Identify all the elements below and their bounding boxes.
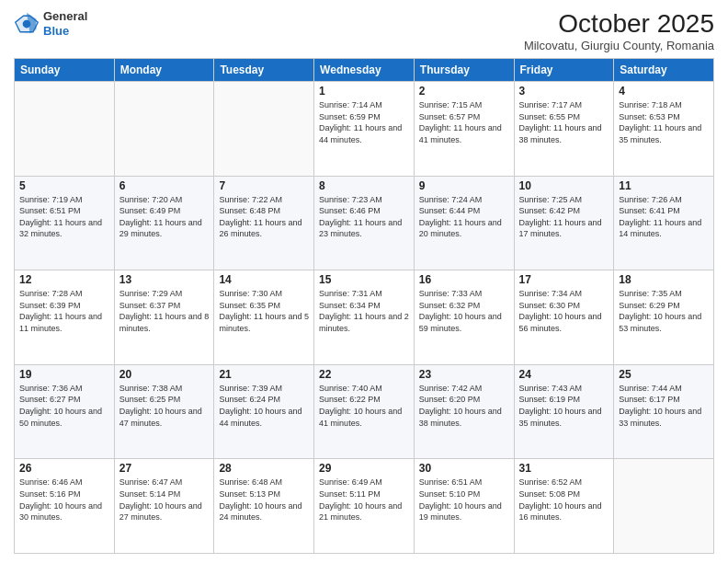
logo: General Blue: [14, 9, 87, 38]
day-info: Sunrise: 7:30 AM Sunset: 6:35 PM Dayligh…: [219, 288, 309, 334]
calendar-table: SundayMondayTuesdayWednesdayThursdayFrid…: [14, 58, 714, 554]
day-number: 2: [419, 85, 509, 98]
calendar-cell: 18Sunrise: 7:35 AM Sunset: 6:29 PM Dayli…: [614, 270, 714, 365]
day-info: Sunrise: 7:15 AM Sunset: 6:57 PM Dayligh…: [419, 99, 509, 145]
calendar-cell: 14Sunrise: 7:30 AM Sunset: 6:35 PM Dayli…: [214, 270, 314, 365]
logo-general: General: [43, 9, 87, 24]
calendar-cell: 13Sunrise: 7:29 AM Sunset: 6:37 PM Dayli…: [114, 270, 214, 365]
col-header-wednesday: Wednesday: [314, 59, 415, 82]
day-number: 6: [119, 179, 210, 192]
day-number: 30: [419, 462, 509, 475]
day-info: Sunrise: 6:47 AM Sunset: 5:14 PM Dayligh…: [119, 477, 210, 523]
day-info: Sunrise: 7:22 AM Sunset: 6:48 PM Dayligh…: [219, 194, 309, 240]
day-number: 26: [19, 462, 109, 475]
calendar-cell: 20Sunrise: 7:38 AM Sunset: 6:25 PM Dayli…: [114, 364, 214, 459]
calendar-cell: 2Sunrise: 7:15 AM Sunset: 6:57 PM Daylig…: [414, 82, 514, 177]
day-info: Sunrise: 7:23 AM Sunset: 6:46 PM Dayligh…: [319, 194, 409, 240]
calendar-cell: 7Sunrise: 7:22 AM Sunset: 6:48 PM Daylig…: [214, 176, 314, 270]
calendar-cell: 11Sunrise: 7:26 AM Sunset: 6:41 PM Dayli…: [614, 176, 714, 270]
day-number: 19: [19, 368, 109, 381]
week-row-1: 5Sunrise: 7:19 AM Sunset: 6:51 PM Daylig…: [15, 176, 714, 270]
calendar-cell: 5Sunrise: 7:19 AM Sunset: 6:51 PM Daylig…: [15, 176, 115, 270]
logo-icon: [14, 11, 40, 37]
day-info: Sunrise: 7:26 AM Sunset: 6:41 PM Dayligh…: [619, 194, 709, 240]
calendar-cell: 30Sunrise: 6:51 AM Sunset: 5:10 PM Dayli…: [414, 459, 514, 554]
day-info: Sunrise: 6:51 AM Sunset: 5:10 PM Dayligh…: [419, 477, 509, 523]
col-header-monday: Monday: [114, 59, 214, 82]
day-number: 3: [519, 85, 609, 98]
logo-blue: Blue: [43, 24, 87, 39]
calendar-subtitle: Milcovatu, Giurgiu County, Romania: [524, 39, 714, 52]
calendar-cell: [114, 82, 214, 177]
logo-text: General Blue: [43, 9, 87, 38]
calendar-cell: 27Sunrise: 6:47 AM Sunset: 5:14 PM Dayli…: [114, 459, 214, 554]
calendar-cell: 19Sunrise: 7:36 AM Sunset: 6:27 PM Dayli…: [15, 364, 115, 459]
calendar-cell: 8Sunrise: 7:23 AM Sunset: 6:46 PM Daylig…: [314, 176, 415, 270]
day-info: Sunrise: 7:25 AM Sunset: 6:42 PM Dayligh…: [519, 194, 609, 240]
calendar-cell: 23Sunrise: 7:42 AM Sunset: 6:20 PM Dayli…: [414, 364, 514, 459]
day-info: Sunrise: 7:14 AM Sunset: 6:59 PM Dayligh…: [319, 99, 409, 145]
week-row-2: 12Sunrise: 7:28 AM Sunset: 6:39 PM Dayli…: [15, 270, 714, 365]
day-number: 16: [419, 273, 509, 286]
col-header-friday: Friday: [514, 59, 614, 82]
day-info: Sunrise: 6:48 AM Sunset: 5:13 PM Dayligh…: [219, 477, 309, 523]
day-number: 25: [619, 368, 709, 381]
day-number: 13: [119, 273, 210, 286]
calendar-cell: 4Sunrise: 7:18 AM Sunset: 6:53 PM Daylig…: [614, 82, 714, 177]
col-header-saturday: Saturday: [614, 59, 714, 82]
title-block: October 2025 Milcovatu, Giurgiu County, …: [524, 9, 714, 52]
calendar-cell: 22Sunrise: 7:40 AM Sunset: 6:22 PM Dayli…: [314, 364, 415, 459]
calendar-cell: [214, 82, 314, 177]
day-number: 15: [319, 273, 409, 286]
day-number: 5: [19, 179, 109, 192]
header-row: SundayMondayTuesdayWednesdayThursdayFrid…: [15, 59, 714, 82]
day-number: 12: [19, 273, 109, 286]
day-number: 31: [519, 462, 609, 475]
calendar-title: October 2025: [524, 9, 714, 39]
calendar-cell: 12Sunrise: 7:28 AM Sunset: 6:39 PM Dayli…: [15, 270, 115, 365]
week-row-4: 26Sunrise: 6:46 AM Sunset: 5:16 PM Dayli…: [15, 459, 714, 554]
col-header-thursday: Thursday: [414, 59, 514, 82]
calendar-cell: 24Sunrise: 7:43 AM Sunset: 6:19 PM Dayli…: [514, 364, 614, 459]
day-info: Sunrise: 7:44 AM Sunset: 6:17 PM Dayligh…: [619, 383, 709, 429]
day-info: Sunrise: 7:34 AM Sunset: 6:30 PM Dayligh…: [519, 288, 609, 334]
day-number: 20: [119, 368, 210, 381]
calendar-cell: 28Sunrise: 6:48 AM Sunset: 5:13 PM Dayli…: [214, 459, 314, 554]
day-number: 1: [319, 85, 409, 98]
day-number: 4: [619, 85, 709, 98]
day-info: Sunrise: 7:18 AM Sunset: 6:53 PM Dayligh…: [619, 99, 709, 145]
calendar-cell: 29Sunrise: 6:49 AM Sunset: 5:11 PM Dayli…: [314, 459, 415, 554]
day-info: Sunrise: 7:36 AM Sunset: 6:27 PM Dayligh…: [19, 383, 109, 429]
calendar-cell: 26Sunrise: 6:46 AM Sunset: 5:16 PM Dayli…: [15, 459, 115, 554]
day-info: Sunrise: 7:31 AM Sunset: 6:34 PM Dayligh…: [319, 288, 409, 334]
day-info: Sunrise: 7:38 AM Sunset: 6:25 PM Dayligh…: [119, 383, 210, 429]
calendar-cell: 17Sunrise: 7:34 AM Sunset: 6:30 PM Dayli…: [514, 270, 614, 365]
day-info: Sunrise: 7:39 AM Sunset: 6:24 PM Dayligh…: [219, 383, 309, 429]
calendar-cell: 10Sunrise: 7:25 AM Sunset: 6:42 PM Dayli…: [514, 176, 614, 270]
day-number: 18: [619, 273, 709, 286]
day-number: 29: [319, 462, 409, 475]
day-number: 23: [419, 368, 509, 381]
day-info: Sunrise: 7:33 AM Sunset: 6:32 PM Dayligh…: [419, 288, 509, 334]
day-info: Sunrise: 7:17 AM Sunset: 6:55 PM Dayligh…: [519, 99, 609, 145]
day-info: Sunrise: 7:35 AM Sunset: 6:29 PM Dayligh…: [619, 288, 709, 334]
header: General Blue October 2025 Milcovatu, Giu…: [14, 9, 714, 52]
calendar-cell: 1Sunrise: 7:14 AM Sunset: 6:59 PM Daylig…: [314, 82, 415, 177]
day-info: Sunrise: 7:29 AM Sunset: 6:37 PM Dayligh…: [119, 288, 210, 334]
day-number: 10: [519, 179, 609, 192]
calendar-cell: 21Sunrise: 7:39 AM Sunset: 6:24 PM Dayli…: [214, 364, 314, 459]
day-info: Sunrise: 7:24 AM Sunset: 6:44 PM Dayligh…: [419, 194, 509, 240]
col-header-sunday: Sunday: [15, 59, 115, 82]
day-info: Sunrise: 6:52 AM Sunset: 5:08 PM Dayligh…: [519, 477, 609, 523]
week-row-3: 19Sunrise: 7:36 AM Sunset: 6:27 PM Dayli…: [15, 364, 714, 459]
day-number: 24: [519, 368, 609, 381]
day-number: 27: [119, 462, 210, 475]
day-info: Sunrise: 6:49 AM Sunset: 5:11 PM Dayligh…: [319, 477, 409, 523]
day-number: 11: [619, 179, 709, 192]
day-number: 21: [219, 368, 309, 381]
svg-point-3: [23, 19, 31, 28]
calendar-cell: 9Sunrise: 7:24 AM Sunset: 6:44 PM Daylig…: [414, 176, 514, 270]
calendar-cell: 6Sunrise: 7:20 AM Sunset: 6:49 PM Daylig…: [114, 176, 214, 270]
calendar-cell: [614, 459, 714, 554]
calendar-cell: 3Sunrise: 7:17 AM Sunset: 6:55 PM Daylig…: [514, 82, 614, 177]
